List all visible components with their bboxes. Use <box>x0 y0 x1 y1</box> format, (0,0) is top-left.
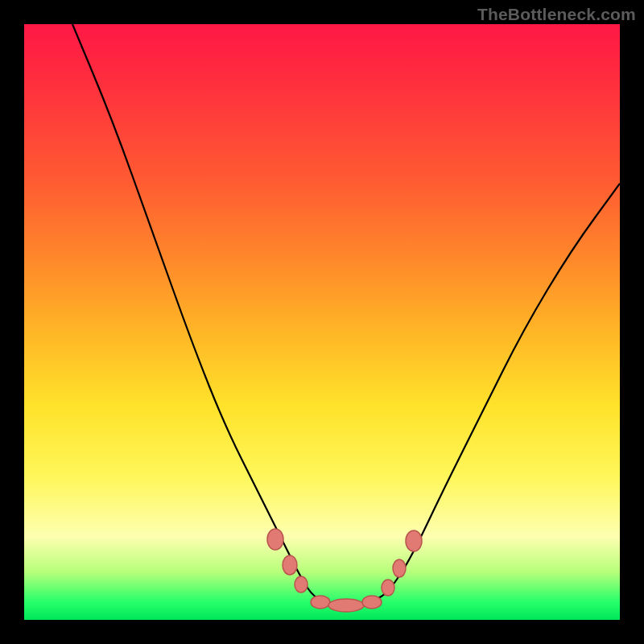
watermark-text: TheBottleneck.com <box>477 5 636 24</box>
chart-frame: TheBottleneck.com <box>0 0 644 644</box>
plot-area <box>24 24 620 620</box>
background-gradient <box>24 24 620 620</box>
